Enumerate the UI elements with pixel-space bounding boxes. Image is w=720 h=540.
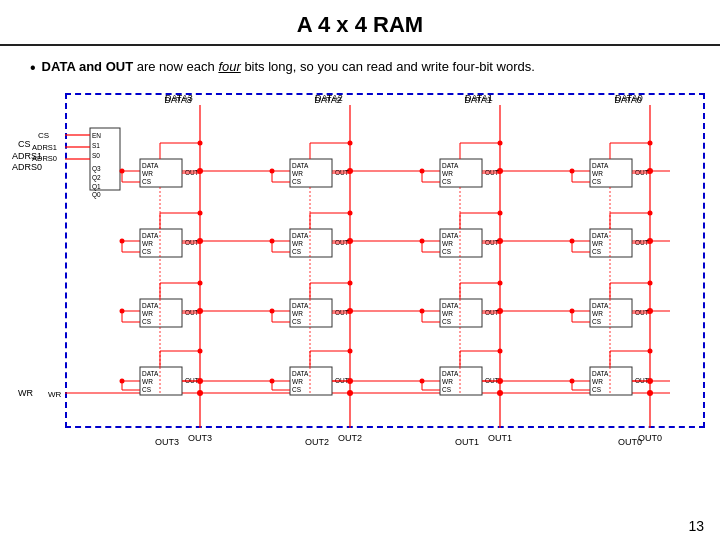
svg-text:WR: WR bbox=[48, 390, 62, 399]
row-label-wr: WR bbox=[18, 388, 33, 398]
col-label-data0: DATA0 bbox=[615, 93, 643, 103]
page-title: A 4 x 4 RAM bbox=[0, 0, 720, 46]
row-label-adrs1: ADRS1 bbox=[12, 151, 42, 161]
row-label-cs: CS bbox=[18, 139, 31, 149]
out-label-out1: OUT1 bbox=[455, 437, 479, 447]
data-out-text: DATA and OUT bbox=[42, 59, 133, 74]
out-label-out0: OUT0 bbox=[618, 437, 642, 447]
out-label-out2: OUT2 bbox=[305, 437, 329, 447]
svg-text:CS: CS bbox=[38, 131, 49, 140]
outer-border bbox=[65, 93, 705, 428]
row-label-adrs0: ADRS0 bbox=[12, 162, 42, 172]
bullet-content: DATA and OUT are now each four bits long… bbox=[42, 58, 535, 76]
bullet-suffix: bits long, so you can read and write fou… bbox=[241, 59, 535, 74]
page-number: 13 bbox=[688, 518, 704, 534]
svg-text:OUT1: OUT1 bbox=[488, 433, 512, 443]
col-label-data2: DATA2 bbox=[315, 93, 343, 103]
italic-underline-text: four bbox=[218, 59, 240, 74]
diagram-area: DATA3 DATA2 DATA1 DATA0 CS ADRS1 ADRS0 W… bbox=[10, 83, 710, 453]
col-label-data3: DATA3 bbox=[165, 93, 193, 103]
bullet-text-middle: are now each bbox=[133, 59, 218, 74]
svg-text:OUT3: OUT3 bbox=[188, 433, 212, 443]
bullet-point: • bbox=[30, 58, 36, 77]
col-label-data1: DATA1 bbox=[465, 93, 493, 103]
out-label-out3: OUT3 bbox=[155, 437, 179, 447]
bullet-section: • DATA and OUT are now each four bits lo… bbox=[0, 54, 720, 83]
svg-text:OUT2: OUT2 bbox=[338, 433, 362, 443]
